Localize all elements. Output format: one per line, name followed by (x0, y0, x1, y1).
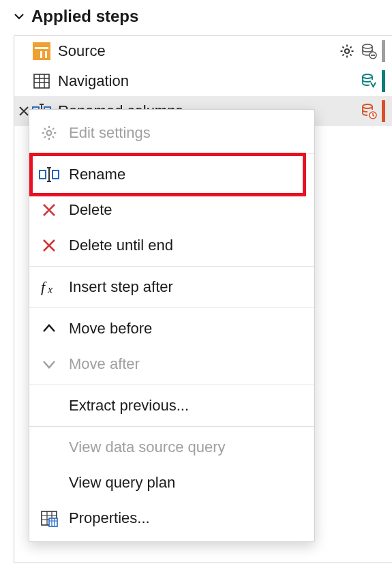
menu-view-query-plan[interactable]: View query plan (29, 465, 314, 500)
menu-separator (29, 308, 314, 308)
close-icon (39, 235, 59, 256)
fx-icon: fx (39, 277, 59, 297)
chevron-up-icon (39, 318, 59, 339)
context-menu: Edit settings Rename Delete Delete until… (29, 109, 315, 542)
menu-separator (29, 426, 314, 427)
menu-rename[interactable]: Rename (29, 157, 314, 192)
svg-rect-3 (34, 74, 49, 88)
rename-icon (39, 164, 59, 185)
menu-delete[interactable]: Delete (29, 192, 314, 228)
blank-icon (39, 395, 59, 416)
status-bar-icon (382, 40, 385, 62)
menu-label: Delete (69, 201, 112, 219)
gear-icon (39, 123, 59, 143)
properties-icon (39, 508, 59, 528)
step-navigation[interactable]: Navigation (14, 66, 392, 96)
step-label: Navigation (58, 72, 353, 90)
blank-icon (39, 437, 59, 458)
source-icon (32, 42, 51, 61)
svg-point-9 (47, 131, 52, 136)
step-label: Source (58, 42, 331, 60)
svg-rect-10 (40, 170, 46, 179)
menu-label: Properties... (69, 509, 150, 527)
applied-steps-title: Applied steps (31, 7, 138, 26)
menu-label: Rename (69, 166, 125, 183)
menu-insert-step-after[interactable]: fx Insert step after (29, 269, 314, 305)
svg-rect-11 (52, 170, 59, 179)
menu-label: Insert step after (69, 278, 173, 296)
gear-icon[interactable] (338, 42, 356, 60)
menu-label: Edit settings (69, 124, 151, 142)
menu-separator (29, 385, 314, 385)
menu-view-data-source-query: View data source query (29, 430, 314, 465)
step-source[interactable]: Source (14, 36, 392, 66)
menu-properties[interactable]: Properties... (29, 500, 314, 536)
status-bar-icon (382, 70, 385, 92)
database-clock-icon (360, 102, 378, 120)
database-remove-icon (360, 42, 378, 60)
status-bar-icon (382, 100, 385, 122)
menu-edit-settings: Edit settings (29, 115, 314, 151)
chevron-down-icon (39, 354, 59, 374)
chevron-down-icon (14, 11, 25, 22)
svg-text:f: f (41, 278, 47, 295)
menu-separator (29, 266, 314, 267)
menu-move-after: Move after (29, 346, 314, 382)
svg-point-1 (363, 44, 372, 48)
menu-label: View query plan (69, 474, 175, 492)
table-icon (32, 72, 51, 91)
menu-move-before[interactable]: Move before (29, 311, 314, 346)
svg-point-0 (345, 49, 349, 53)
menu-label: Extract previous... (69, 397, 189, 415)
applied-steps-header[interactable]: Applied steps (0, 0, 392, 35)
menu-label: Move after (69, 355, 140, 373)
delete-step-placeholder (17, 44, 31, 58)
blank-icon (39, 473, 59, 493)
menu-extract-previous[interactable]: Extract previous... (29, 388, 314, 423)
svg-point-4 (363, 74, 372, 78)
delete-step-placeholder (17, 74, 31, 88)
svg-point-7 (363, 104, 372, 108)
menu-label: Move before (69, 320, 152, 338)
menu-label: View data source query (69, 438, 226, 456)
menu-label: Delete until end (69, 237, 173, 254)
menu-delete-until-end[interactable]: Delete until end (29, 228, 314, 263)
database-refresh-icon (360, 72, 378, 90)
svg-rect-15 (49, 518, 57, 526)
menu-separator (29, 153, 314, 154)
close-icon (39, 200, 59, 220)
svg-text:x: x (47, 284, 52, 295)
